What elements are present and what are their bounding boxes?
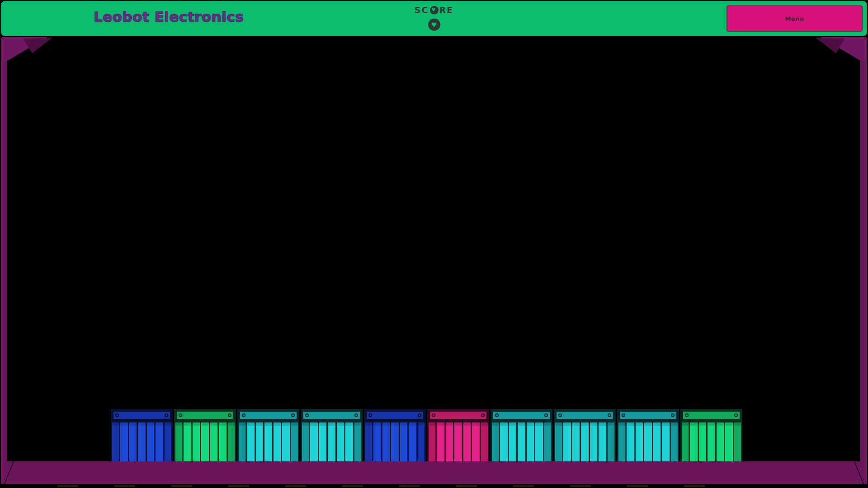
crate-edge-slat xyxy=(429,422,435,466)
crate-slat xyxy=(725,422,733,466)
crate-edge-slat xyxy=(734,422,741,466)
crate-slats xyxy=(112,422,171,466)
bolt-icon xyxy=(685,413,689,417)
bolt-icon xyxy=(671,413,675,417)
crate-slats xyxy=(302,422,361,466)
crate-slat xyxy=(509,422,517,466)
crate-lid xyxy=(112,410,171,420)
crate-slat xyxy=(156,422,163,466)
menu-button[interactable]: Menu xyxy=(726,5,863,32)
bolt-icon xyxy=(115,413,119,417)
crate-edge-slat xyxy=(302,422,309,466)
crate-slat xyxy=(129,422,137,466)
crate-slat xyxy=(264,422,272,466)
crate-slat xyxy=(636,422,643,466)
frame-left-border xyxy=(1,38,7,484)
floor-mark xyxy=(171,485,192,487)
crate-slat xyxy=(400,422,408,466)
floor-mark xyxy=(228,485,249,487)
crate-teal-7[interactable] xyxy=(491,409,552,466)
crate-slat xyxy=(446,422,453,466)
bolt-icon xyxy=(368,413,372,417)
crate-pink-6[interactable] xyxy=(427,409,489,466)
frame-corner-brace-top-left xyxy=(2,37,52,62)
crate-edge-slat xyxy=(418,422,425,466)
crate-slat xyxy=(328,422,335,466)
crate-slat xyxy=(717,422,724,466)
crate-slat xyxy=(644,422,652,466)
crate-edge-slat xyxy=(112,422,119,466)
crate-lid xyxy=(492,410,551,420)
crate-slats xyxy=(682,422,741,466)
crate-slat xyxy=(518,422,525,466)
crate-edge-slat xyxy=(608,422,614,466)
score-letter-o-heart-icon: ♥ xyxy=(430,6,439,14)
crates-row xyxy=(111,409,742,466)
bolt-icon xyxy=(558,413,562,417)
crate-teal-9[interactable] xyxy=(617,409,679,466)
crate-slat xyxy=(409,422,416,466)
bolt-icon xyxy=(179,413,182,417)
crate-slat xyxy=(391,422,399,466)
crate-edge-slat xyxy=(682,422,689,466)
crate-edge-slat xyxy=(618,422,625,466)
crate-slat xyxy=(337,422,344,466)
crate-slat xyxy=(472,422,480,466)
crate-lid xyxy=(429,410,488,420)
crate-slat xyxy=(535,422,543,466)
crate-green-10[interactable] xyxy=(680,409,742,466)
heart-icon: ♥ xyxy=(431,22,437,28)
crate-lid xyxy=(365,410,425,420)
crate-slat xyxy=(627,422,634,466)
bolt-icon xyxy=(418,413,421,417)
frame-miter-seam-bottom-right xyxy=(851,461,867,484)
crate-blue-5[interactable] xyxy=(364,409,426,466)
crate-slats xyxy=(492,422,551,466)
crate-edge-slat xyxy=(239,422,245,466)
floor-mark xyxy=(114,485,135,487)
crate-teal-8[interactable] xyxy=(554,409,616,466)
crate-slat xyxy=(184,422,191,466)
crate-green-2[interactable] xyxy=(174,409,236,466)
crate-slat xyxy=(201,422,209,466)
crate-edge-slat xyxy=(228,422,235,466)
bolt-icon xyxy=(291,413,295,417)
floor-mark xyxy=(627,485,648,487)
crate-lid xyxy=(239,410,298,420)
crate-slat xyxy=(653,422,661,466)
crate-edge-slat xyxy=(365,422,372,466)
crate-edge-slat xyxy=(175,422,182,466)
crate-lid xyxy=(618,410,678,420)
score-label: SC♥RE xyxy=(415,5,453,15)
crate-slat xyxy=(690,422,698,466)
crate-slat xyxy=(219,422,226,466)
bolt-icon xyxy=(544,413,548,417)
crate-teal-3[interactable] xyxy=(237,409,299,466)
crate-slat xyxy=(147,422,155,466)
floor-mark xyxy=(342,485,363,487)
crate-slat xyxy=(500,422,508,466)
crate-slats xyxy=(555,422,614,466)
crate-slat xyxy=(382,422,390,466)
game-stage: Leobot Electronics SC♥RE ♥ Menu xyxy=(0,0,868,488)
crate-teal-4[interactable] xyxy=(301,409,363,466)
playfield xyxy=(7,36,860,461)
bolt-icon xyxy=(305,413,309,417)
menu-button-label: Menu xyxy=(785,15,804,22)
bolt-icon xyxy=(608,413,611,417)
crate-slat xyxy=(319,422,327,466)
crate-slat xyxy=(581,422,589,466)
crate-slat xyxy=(256,422,264,466)
bolt-icon xyxy=(432,413,435,417)
crate-lid xyxy=(555,410,614,420)
crate-edge-slat xyxy=(354,422,361,466)
bolt-icon xyxy=(242,413,245,417)
frame-right-border xyxy=(860,38,867,484)
crate-blue-1[interactable] xyxy=(111,409,173,466)
crate-slat xyxy=(193,422,200,466)
crate-slats xyxy=(365,422,425,466)
floor-mark xyxy=(456,485,477,487)
crate-slat xyxy=(572,422,580,466)
floor-mark xyxy=(570,485,591,487)
crate-slat xyxy=(527,422,534,466)
